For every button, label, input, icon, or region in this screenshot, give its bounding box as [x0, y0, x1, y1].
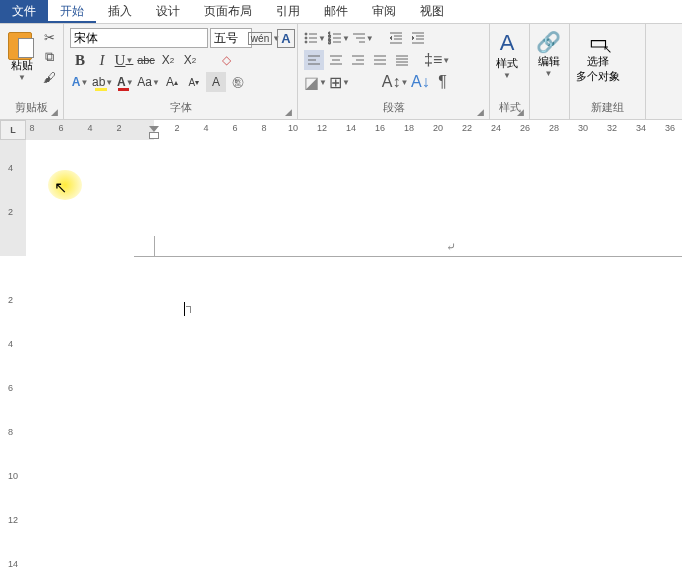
enclose-char-button[interactable]: ㊬: [228, 72, 248, 92]
align-right-button[interactable]: [348, 50, 368, 70]
hruler-tick: 10: [288, 123, 298, 133]
tab-bar: 文件 开始 插入 设计 页面布局 引用 邮件 审阅 视图: [0, 0, 682, 24]
styles-dropdown-icon: ▼: [503, 71, 511, 80]
tab-references[interactable]: 引用: [264, 0, 312, 23]
vruler-tick: 2: [8, 295, 13, 305]
font-size-select[interactable]: [210, 28, 252, 48]
hruler-tick: 4: [203, 123, 208, 133]
group-new: ▭↖ 选择 多个对象 新建组: [570, 24, 646, 119]
horizontal-ruler[interactable]: 864224681012141618202224262830323436: [26, 120, 682, 140]
strikethrough-button[interactable]: abc: [136, 50, 156, 70]
underline-button[interactable]: U▼: [114, 50, 134, 70]
hruler-tick: 14: [346, 123, 356, 133]
hruler-tick: 2: [174, 123, 179, 133]
text-cursor: [184, 302, 185, 316]
select-multi-button[interactable]: ▭↖ 选择 多个对象: [574, 26, 622, 100]
shrink-font-button[interactable]: A▾: [184, 72, 204, 92]
vertical-ruler[interactable]: 422468101214: [0, 140, 26, 567]
phonetic-guide-button[interactable]: wén▼: [254, 28, 274, 48]
align-left-button[interactable]: [304, 50, 324, 70]
tab-file[interactable]: 文件: [0, 0, 48, 23]
group-styles: A 样式 ▼ 样式 ◢: [490, 24, 530, 119]
align-distribute-button[interactable]: [392, 50, 412, 70]
grow-font-button[interactable]: A▴: [162, 72, 182, 92]
document-area[interactable]: ↖ ⤶: [26, 140, 682, 567]
svg-text:3: 3: [328, 39, 331, 45]
hruler-tick: 26: [520, 123, 530, 133]
vruler-margin-shade: [0, 140, 26, 256]
copy-button[interactable]: ⧉: [40, 48, 58, 66]
shading-button[interactable]: ◪▼: [304, 72, 327, 92]
vruler-tick: 4: [8, 339, 13, 349]
italic-button[interactable]: I: [92, 50, 112, 70]
svg-point-4: [305, 41, 307, 43]
select-label-2: 多个对象: [576, 69, 620, 84]
show-marks-button[interactable]: ¶: [432, 72, 452, 92]
font-launcher[interactable]: ◢: [285, 107, 295, 117]
cut-button[interactable]: ✂: [40, 28, 58, 46]
format-painter-button[interactable]: 🖌: [40, 68, 58, 86]
svg-point-0: [305, 33, 307, 35]
bold-button[interactable]: B: [70, 50, 90, 70]
bullets-button[interactable]: ▼: [304, 28, 326, 48]
hruler-tick: 8: [261, 123, 266, 133]
decrease-indent-button[interactable]: [386, 28, 406, 48]
text-direction-button[interactable]: A↕▼: [382, 72, 409, 92]
vruler-tick: 6: [8, 383, 13, 393]
ruler-tab-selector[interactable]: L: [0, 120, 26, 140]
group-font: wén▼ A B I U▼ abc X2 X2 ◇ A▼ ab▼ A▼ Aa▼ …: [64, 24, 298, 119]
page-top-edge: [134, 256, 682, 257]
paste-button[interactable]: 粘贴 ▼: [6, 28, 38, 84]
edit-dropdown-icon: ▼: [545, 69, 553, 78]
increase-indent-button[interactable]: [408, 28, 428, 48]
tab-view[interactable]: 视图: [408, 0, 456, 23]
hruler-tick: 2: [116, 123, 121, 133]
ribbon: 粘贴 ▼ ✂ ⧉ 🖌 剪贴板 ◢ wén▼ A B I: [0, 24, 682, 120]
paste-icon: [8, 30, 36, 58]
font-name-select[interactable]: [70, 28, 208, 48]
vruler-tick: 8: [8, 427, 13, 437]
hruler-tick: 20: [433, 123, 443, 133]
hruler-tick: 8: [29, 123, 34, 133]
tab-mail[interactable]: 邮件: [312, 0, 360, 23]
numbering-button[interactable]: 123▼: [328, 28, 350, 48]
hruler-tick: 6: [232, 123, 237, 133]
clear-format-button[interactable]: ◇: [216, 50, 236, 70]
superscript-button[interactable]: X2: [180, 50, 200, 70]
svg-point-2: [305, 37, 307, 39]
group-clipboard: 粘贴 ▼ ✂ ⧉ 🖌 剪贴板 ◢: [0, 24, 64, 119]
paragraph-mark-icon: ⤶: [446, 240, 456, 254]
vruler-tick: 4: [8, 163, 13, 173]
multilevel-list-button[interactable]: ▼: [352, 28, 374, 48]
change-case-button[interactable]: Aa▼: [137, 72, 160, 92]
highlight-button[interactable]: ab▼: [92, 72, 113, 92]
group-edit: 🔗 编辑 ▼: [530, 24, 570, 119]
font-color-button[interactable]: A▼: [115, 72, 135, 92]
select-icon: ▭↖: [589, 30, 608, 54]
edit-button[interactable]: 🔗 编辑 ▼: [534, 26, 563, 103]
sort-button[interactable]: A↓: [410, 72, 430, 92]
line-spacing-button[interactable]: ‡≡▼: [424, 50, 450, 70]
clipboard-launcher[interactable]: ◢: [51, 107, 61, 117]
tab-review[interactable]: 审阅: [360, 0, 408, 23]
char-shading-button[interactable]: A: [206, 72, 226, 92]
subscript-button[interactable]: X2: [158, 50, 178, 70]
tab-layout[interactable]: 页面布局: [192, 0, 264, 23]
styles-launcher[interactable]: ◢: [517, 107, 527, 117]
tab-insert[interactable]: 插入: [96, 0, 144, 23]
borders-button[interactable]: ⊞▼: [329, 72, 350, 92]
styles-label: 样式: [496, 56, 518, 71]
hruler-tick: 22: [462, 123, 472, 133]
para-group-label: 段落: [302, 100, 485, 117]
paste-dropdown-icon: ▼: [18, 73, 26, 82]
styles-button[interactable]: A 样式 ▼: [494, 26, 520, 100]
para-launcher[interactable]: ◢: [477, 107, 487, 117]
align-center-button[interactable]: [326, 50, 346, 70]
tab-design[interactable]: 设计: [144, 0, 192, 23]
text-effects-button[interactable]: A▼: [70, 72, 90, 92]
tab-home[interactable]: 开始: [48, 0, 96, 23]
align-justify-button[interactable]: [370, 50, 390, 70]
paste-label: 粘贴: [11, 58, 33, 73]
vruler-tick: 12: [8, 515, 18, 525]
char-border-button[interactable]: A: [276, 28, 296, 48]
